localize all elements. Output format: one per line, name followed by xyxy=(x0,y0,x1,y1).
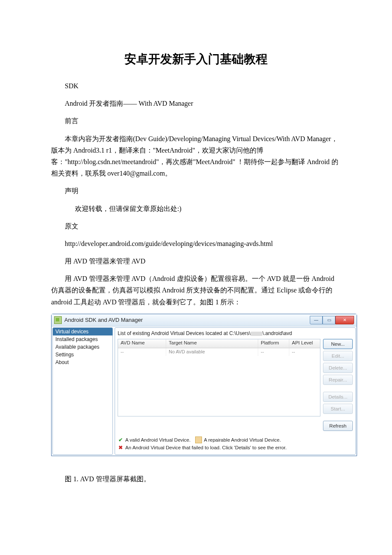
close-button[interactable]: ✕ xyxy=(335,316,354,324)
window-controls: — ▭ ✕ xyxy=(310,316,357,324)
manage-body: 用 AVD 管理器来管理 AVD（Android 虚拟设备）配置很容易。一个 A… xyxy=(51,273,341,308)
refresh-button[interactable]: Refresh xyxy=(323,421,353,431)
redacted-username xyxy=(251,332,262,336)
sidebar-item-settings[interactable]: Settings xyxy=(53,351,112,358)
original-url: http://developer.android.com/guide/devel… xyxy=(51,238,341,249)
figure-caption: 图 1. AVD 管理器屏幕截图。 xyxy=(51,473,341,485)
start-button[interactable]: Start... xyxy=(323,404,353,414)
document-page: 安卓开发新手入门基础教程 SDK Android 开发者指南—— With AV… xyxy=(0,0,392,516)
avd-table: AVD Name Target Name Platform API Level … xyxy=(118,339,320,416)
page-title: 安卓开发新手入门基础教程 xyxy=(51,51,341,67)
details-button[interactable]: Details... xyxy=(323,392,353,402)
table-row[interactable]: -- No AVD available -- -- xyxy=(118,348,320,356)
preface-body: 本章内容为开发者指南(Dev Guide)/Developing/Managin… xyxy=(51,133,341,179)
manage-heading: 用 AVD 管理器来管理 AVD xyxy=(51,255,341,267)
list-caption-suffix: \.android\avd xyxy=(262,330,292,336)
window-titlebar: Android SDK and AVD Manager — ▭ ✕ xyxy=(52,314,357,327)
col-platform[interactable]: Platform xyxy=(258,339,289,348)
list-caption: List of existing Android Virtual Devices… xyxy=(118,330,353,336)
sidebar-item-about[interactable]: About xyxy=(53,358,112,366)
edit-button[interactable]: Edit... xyxy=(323,351,353,361)
minimize-button[interactable]: — xyxy=(310,316,323,324)
sidebar-item-installed-packages[interactable]: Installed packages xyxy=(53,335,112,343)
col-target-name[interactable]: Target Name xyxy=(166,339,258,348)
preface-heading: 前言 xyxy=(51,115,341,127)
cell-avd-name: -- xyxy=(118,348,166,356)
subtitle-line: Android 开发者指南—— With AVD Manager xyxy=(51,98,341,109)
main-panel: List of existing Android Virtual Devices… xyxy=(115,327,356,455)
legend-fail: An Android Virtual Device that failed to… xyxy=(125,444,287,451)
x-icon: ✖ xyxy=(118,444,124,451)
delete-button[interactable]: Delete... xyxy=(323,363,353,373)
button-column: New... Edit... Delete... Repair... Detai… xyxy=(323,339,353,431)
legend-valid: A valid Android Virtual Device. xyxy=(125,436,190,444)
repair-icon xyxy=(195,436,202,443)
table-area: AVD Name Target Name Platform API Level … xyxy=(118,339,353,431)
original-heading: 原文 xyxy=(51,220,341,232)
window-title: Android SDK and AVD Manager xyxy=(64,317,310,323)
maximize-button[interactable]: ▭ xyxy=(323,316,335,324)
col-api-level[interactable]: API Level xyxy=(289,339,320,348)
window-body: Virtual devices Installed packages Avail… xyxy=(52,327,357,456)
cell-platform: -- xyxy=(258,348,289,356)
app-icon xyxy=(54,316,62,324)
list-caption-prefix: List of existing Android Virtual Devices… xyxy=(118,330,251,336)
sidebar: Virtual devices Installed packages Avail… xyxy=(52,327,113,455)
sdk-line: SDK xyxy=(51,80,341,92)
legend-repair: A repairable Android Virtual Device. xyxy=(204,436,281,444)
declaration-heading: 声明 xyxy=(51,185,341,197)
cell-target: No AVD available xyxy=(166,348,258,356)
repair-button[interactable]: Repair... xyxy=(323,375,353,385)
table-header: AVD Name Target Name Platform API Level xyxy=(118,339,320,348)
col-avd-name[interactable]: AVD Name xyxy=(118,339,166,348)
avd-manager-window: Android SDK and AVD Manager — ▭ ✕ Virtua… xyxy=(51,314,357,456)
declaration-body: 欢迎转载，但请保留文章原始出处:) xyxy=(51,203,341,214)
check-icon: ✔ xyxy=(118,436,124,444)
new-button[interactable]: New... xyxy=(323,339,353,349)
cell-api: -- xyxy=(289,348,320,356)
sidebar-item-available-packages[interactable]: Available packages xyxy=(53,343,112,351)
sidebar-item-virtual-devices[interactable]: Virtual devices xyxy=(53,328,112,335)
legend: ✔ A valid Android Virtual Device. A repa… xyxy=(118,436,353,452)
